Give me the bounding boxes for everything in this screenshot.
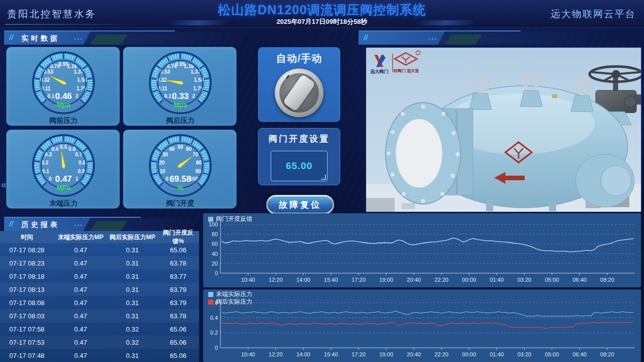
svg-text:05:00: 05:00 <box>545 277 559 283</box>
table-cell: 0.47 <box>54 339 108 346</box>
table-cell: 07-17 07:53 <box>0 339 54 346</box>
svg-text:10: 10 <box>159 169 166 174</box>
svg-text:00:00: 00:00 <box>462 277 476 283</box>
svg-text:80: 80 <box>196 160 202 166</box>
col-time: 时间 <box>0 233 54 242</box>
history-table-body: 07-17 08:280.470.3165.0607-17 08:230.470… <box>0 243 199 362</box>
table-cell: 65.06 <box>157 246 199 254</box>
knob-handle <box>282 74 315 112</box>
chart-valve-opening-feedback: 阀门开度反馈 02040608010010:4012:2014:0015:401… <box>203 213 641 287</box>
svg-text:0.47: 0.47 <box>55 174 72 184</box>
svg-text:Mpa: Mpa <box>57 101 71 109</box>
section-slash-icon: // <box>364 34 368 42</box>
section-dots-icon: ... <box>74 219 83 227</box>
section-slash-icon: // <box>9 220 13 228</box>
svg-text:0.4: 0.4 <box>51 146 58 152</box>
svg-text:70: 70 <box>192 152 199 157</box>
gauge-grid: -0.10.110.320.530.740.951.161.371.581.79… <box>6 47 239 209</box>
setpoint-input[interactable]: 65.00 <box>271 151 328 181</box>
table-cell: 07-17 07:48 <box>0 352 54 359</box>
svg-text:80: 80 <box>212 231 218 237</box>
table-row: 07-17 08:080.470.3163.79 <box>0 296 199 309</box>
table-cell: 65.06 <box>157 352 199 359</box>
svg-text:69.58: 69.58 <box>170 174 191 184</box>
setpoint-value: 65.00 <box>286 160 313 172</box>
table-cell: 0.47 <box>54 312 108 320</box>
table-cell: 0.47 <box>54 259 108 267</box>
svg-text:10:40: 10:40 <box>241 277 255 283</box>
gauge-valve-opening: 010203040506070809010069.58%阀门开度 <box>123 129 237 209</box>
svg-text:30: 30 <box>163 152 169 157</box>
svg-text:2: 2 <box>192 93 195 99</box>
svg-text:03:20: 03:20 <box>518 351 532 357</box>
table-cell: 0.31 <box>108 286 157 293</box>
col-post-pressure: 阀后实际压力MP <box>108 233 157 242</box>
table-cell: 63.78 <box>157 312 199 320</box>
table-row: 07-17 07:580.470.3265.06 <box>0 322 199 336</box>
valve-product-image: 远大阀门 好阀门 远大造 <box>366 47 641 212</box>
table-cell: 0.31 <box>108 299 157 307</box>
svg-text:20:40: 20:40 <box>407 351 421 357</box>
header-bar: 贵阳北控智慧水务 松山路DN1200调流调压阀控制系统 2025年07月17日0… <box>0 0 644 28</box>
svg-text:00:00: 00:00 <box>462 351 476 357</box>
setpoint-label: 阀门开度设置 <box>259 133 340 145</box>
svg-text:Mpa: Mpa <box>174 101 187 109</box>
chart-pressures: 末端实际压力 阀后实际压力 00.20.40.610:4012:2014:001… <box>203 289 641 362</box>
svg-text:0.33: 0.33 <box>172 91 188 101</box>
section-dots-icon: ... <box>74 33 83 41</box>
header-deco-right <box>413 20 478 25</box>
legend-label-opening: 阀门开度反馈 <box>216 215 252 223</box>
svg-text:阀门开度: 阀门开度 <box>166 199 195 207</box>
svg-text:60: 60 <box>212 241 218 247</box>
svg-text:20:40: 20:40 <box>407 277 421 283</box>
svg-text:0: 0 <box>215 270 218 276</box>
section-realtime-data: // 实时数据 ... <box>4 31 248 45</box>
svg-text:20: 20 <box>212 260 218 267</box>
gauge-pre-valve-pressure: -0.10.110.320.530.740.951.161.371.581.79… <box>6 47 120 126</box>
table-cell: 0.31 <box>108 259 157 267</box>
table-cell: 0.31 <box>108 246 157 254</box>
svg-text:0.8: 0.8 <box>79 160 86 166</box>
table-cell: 65.06 <box>157 325 199 333</box>
fault-reset-button[interactable]: 故障复位 <box>268 196 333 213</box>
svg-text:15:40: 15:40 <box>324 277 338 283</box>
gauge-end-pressure: 00.10.20.30.40.50.60.70.80.910.47MPa末端压力 <box>6 129 120 209</box>
table-cell: 07-17 08:13 <box>0 286 54 293</box>
col-end-pressure: 末端实际压力MP <box>54 233 108 242</box>
table-cell: 0.47 <box>54 273 108 280</box>
table-cell: 63.78 <box>157 259 199 267</box>
svg-text:50: 50 <box>177 144 183 150</box>
svg-text:17:20: 17:20 <box>351 277 366 283</box>
sidebar-collapse-arrow[interactable]: « <box>1 179 7 190</box>
table-cell: 65.06 <box>157 339 199 346</box>
table-row: 07-17 08:230.470.3163.78 <box>0 256 199 270</box>
table-cell: 0.47 <box>54 286 108 293</box>
table-cell: 0.31 <box>108 352 157 359</box>
svg-text:20: 20 <box>159 160 165 166</box>
table-row: 07-17 07:480.470.3165.06 <box>0 349 199 362</box>
table-row: 07-17 08:030.470.3163.78 <box>0 309 199 322</box>
auto-manual-panel: 自动/手动 <box>258 47 340 122</box>
svg-text:0.2: 0.2 <box>42 160 49 166</box>
svg-text:40: 40 <box>212 251 218 257</box>
svg-text:0.46: 0.46 <box>55 91 72 101</box>
svg-text:%: % <box>177 184 183 191</box>
valve-brand-right: 好阀门 远大造 <box>393 68 419 73</box>
svg-text:05:00: 05:00 <box>545 351 559 357</box>
fault-reset-button-frame[interactable]: 故障复位 <box>266 195 334 214</box>
svg-text:0: 0 <box>49 176 52 182</box>
table-cell: 0.32 <box>108 339 157 346</box>
svg-text:17:20: 17:20 <box>351 351 366 357</box>
legend-swatch-opening <box>208 217 213 222</box>
auto-manual-knob[interactable] <box>275 69 324 117</box>
table-cell: 0.47 <box>54 246 108 254</box>
header-deco-left <box>166 20 230 25</box>
valve-brand-left: 远大阀门 <box>370 69 389 74</box>
col-opening-feedback: 阀门开度反馈% <box>157 228 199 246</box>
section-title-history: 历史报表 <box>21 220 60 229</box>
chart2-legend: 末端实际压力 阀后实际压力 <box>208 290 252 306</box>
svg-text:12:20: 12:20 <box>269 351 283 357</box>
svg-text:08:20: 08:20 <box>600 351 615 357</box>
svg-text:22:20: 22:20 <box>434 351 448 357</box>
svg-text:0.1: 0.1 <box>42 169 49 174</box>
